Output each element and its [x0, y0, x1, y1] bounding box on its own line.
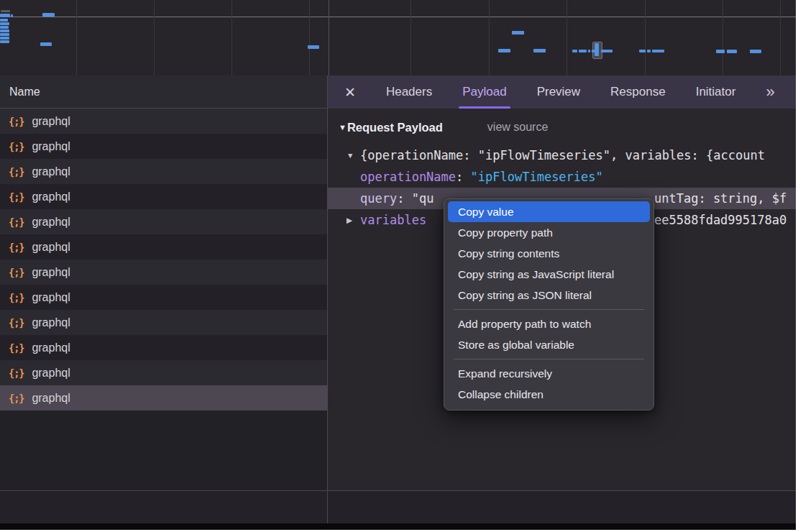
overview-gridline: [309, 0, 310, 75]
request-row[interactable]: {;}graphql: [0, 310, 327, 335]
property-value-right: untTag: string, $f: [654, 188, 786, 209]
json-request-icon: {;}: [9, 141, 24, 152]
menu-item-collapse-children[interactable]: Collapse children: [448, 384, 650, 405]
request-row[interactable]: {;}graphql: [0, 360, 327, 385]
overview-request-bar: [0, 33, 9, 36]
overview-request-bar: [601, 50, 613, 52]
request-row[interactable]: {;}graphql: [0, 109, 327, 134]
window-bottom-bar: [0, 523, 796, 530]
tab-headers[interactable]: Headers: [386, 75, 432, 109]
overview-gridline: [231, 0, 232, 75]
tab-preview[interactable]: Preview: [537, 75, 580, 109]
menu-item-copy-string-as-javascript-literal[interactable]: Copy string as JavaScript literal: [448, 264, 650, 285]
json-request-icon: {;}: [9, 166, 24, 178]
request-row[interactable]: {;}graphql: [0, 335, 327, 360]
section-expand-triangle-icon[interactable]: ▼: [339, 123, 347, 132]
overview-request-bar: [0, 40, 9, 43]
overview-request-bar: [647, 50, 651, 52]
more-tabs-icon[interactable]: »: [766, 83, 773, 101]
overview-request-bar: [716, 50, 725, 53]
column-header-name[interactable]: Name: [0, 75, 327, 109]
overview-gridline: [645, 0, 646, 75]
menu-item-store-as-global-variable[interactable]: Store as global variable: [448, 334, 650, 355]
property-preview-right: ee5588fdad995178a0: [654, 209, 786, 231]
json-request-icon: {;}: [9, 116, 24, 127]
close-icon[interactable]: ✕: [344, 84, 356, 101]
property-value-left: "qu: [412, 191, 434, 206]
property-key: operationName: [360, 170, 456, 184]
overview-request-bar: [1, 10, 10, 12]
menu-item-copy-value[interactable]: Copy value: [448, 201, 650, 222]
json-request-icon: {;}: [9, 393, 24, 404]
overview-gridline: [780, 0, 781, 75]
json-request-icon: {;}: [9, 367, 24, 379]
request-name: graphql: [32, 191, 70, 203]
overview-request-bar: [639, 50, 646, 52]
menu-item-expand-recursively[interactable]: Expand recursively: [448, 363, 650, 384]
overview-request-bar: [0, 22, 9, 25]
json-request-icon: {;}: [9, 292, 24, 303]
tab-payload[interactable]: Payload: [462, 75, 506, 109]
context-menu: Copy valueCopy property pathCopy string …: [444, 198, 654, 411]
overview-request-bar: [0, 26, 9, 29]
menu-item-copy-string-as-json-literal[interactable]: Copy string as JSON literal: [448, 285, 650, 306]
menu-item-copy-property-path[interactable]: Copy property path: [448, 222, 650, 243]
request-list: {;}graphql{;}graphql{;}graphql{;}graphql…: [0, 109, 327, 411]
request-name: graphql: [32, 266, 70, 279]
overview-request-bar: [42, 13, 55, 17]
request-row[interactable]: {;}graphql: [0, 260, 327, 285]
request-name: graphql: [32, 392, 70, 405]
property-value: "ipFlowTimeseries": [471, 170, 603, 184]
menu-item-copy-string-contents[interactable]: Copy string contents: [448, 243, 650, 264]
request-name: graphql: [32, 140, 70, 153]
expanded-triangle-icon[interactable]: ▼: [347, 145, 354, 166]
overview-request-bar: [0, 14, 10, 17]
collapsed-triangle-icon[interactable]: ▶: [347, 209, 352, 231]
panel-footer: [0, 490, 796, 524]
payload-root-preview: {operationName: "ipFlowTimeseries", vari…: [360, 148, 765, 162]
view-source-link[interactable]: view source: [487, 121, 548, 134]
request-row[interactable]: {;}graphql: [0, 385, 327, 411]
overview-request-bar: [0, 19, 8, 22]
overview-split-gridline: [329, 0, 329, 75]
request-row[interactable]: {;}graphql: [0, 159, 327, 184]
overview-request-bar: [0, 37, 9, 40]
json-request-icon: {;}: [9, 342, 24, 354]
overview-gridline: [411, 0, 411, 75]
tab-initiator[interactable]: Initiator: [696, 75, 736, 109]
overview-gridline: [489, 0, 490, 75]
payload-root-row[interactable]: ▼ {operationName: "ipFlowTimeseries", va…: [328, 145, 796, 166]
json-request-icon: {;}: [9, 267, 24, 278]
property-key: variables: [360, 213, 426, 227]
network-requests-panel: Name {;}graphql{;}graphql{;}graphql{;}gr…: [0, 75, 327, 490]
menu-item-add-property-path-to-watch[interactable]: Add property path to watch: [448, 313, 650, 334]
json-request-icon: {;}: [9, 317, 24, 329]
overview-request-bar: [595, 43, 599, 56]
request-name: graphql: [32, 291, 70, 304]
request-name: graphql: [32, 241, 70, 254]
request-name: graphql: [32, 165, 70, 178]
json-request-icon: {;}: [9, 216, 24, 228]
overview-request-bar: [512, 31, 524, 35]
payload-row-operation-name[interactable]: operationName: "ipFlowTimeseries": [328, 166, 796, 188]
request-row[interactable]: {;}graphql: [0, 285, 327, 310]
request-row[interactable]: {;}graphql: [0, 184, 327, 209]
json-request-icon: {;}: [9, 242, 24, 253]
overview-gridline: [567, 0, 567, 75]
overview-request-bar: [533, 49, 546, 52]
request-payload-section-header[interactable]: ▼ Request Payload view source: [328, 118, 796, 137]
panel-split-divider[interactable]: [327, 75, 328, 523]
request-row[interactable]: {;}graphql: [0, 134, 327, 159]
overview-request-bar: [572, 50, 577, 52]
request-name: graphql: [32, 367, 70, 380]
devtools-screenshot: Name {;}graphql{;}graphql{;}graphql{;}gr…: [0, 0, 798, 532]
details-tabbar: ✕ HeadersPayloadPreviewResponseInitiator…: [328, 75, 796, 109]
request-row[interactable]: {;}graphql: [0, 209, 327, 234]
overview-gridline-horizontal: [9, 17, 796, 17]
tab-response[interactable]: Response: [610, 75, 666, 109]
overview-request-bar: [588, 50, 590, 52]
property-key: query: [360, 191, 397, 206]
network-overview-timeline[interactable]: [0, 0, 796, 77]
request-row[interactable]: {;}graphql: [0, 234, 327, 260]
menu-separator: [454, 359, 644, 359]
